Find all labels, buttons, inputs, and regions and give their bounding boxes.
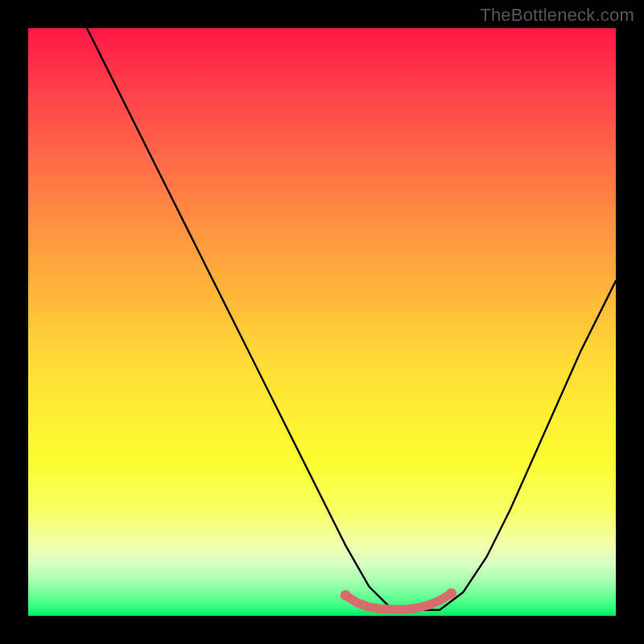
chart-svg [28, 28, 616, 616]
plot-area [28, 28, 616, 616]
bottom-indicator-end-dot [446, 588, 456, 599]
bottom-indicator-start-dot [341, 590, 351, 601]
watermark-text: TheBottleneck.com [480, 5, 634, 26]
chart-frame: TheBottleneck.com [0, 0, 644, 644]
main-curve [87, 28, 616, 610]
bottom-indicator [345, 593, 451, 609]
